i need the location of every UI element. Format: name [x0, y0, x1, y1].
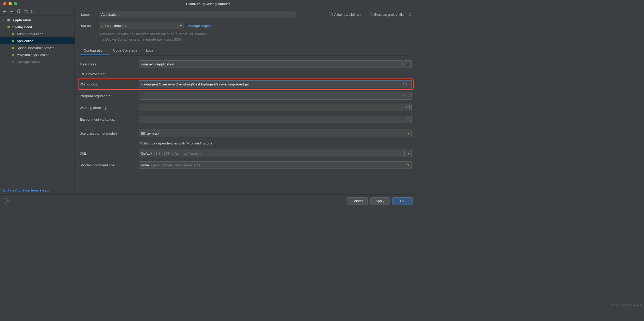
tree-label: MwjAdminApplication [17, 53, 50, 57]
chevron-down-icon [407, 165, 409, 166]
chevron-down-icon [180, 25, 182, 26]
run-on-label: Run on: [80, 24, 96, 28]
tree-label: Application [12, 18, 31, 22]
svg-point-7 [12, 47, 14, 49]
program-args-label: Program arguments: [80, 94, 136, 98]
tab-logs[interactable]: Logs [142, 46, 158, 55]
shorten-hint: - java [options] className [args] [151, 163, 202, 167]
home-icon: ⌂ [101, 24, 103, 28]
svg-rect-2 [24, 10, 27, 13]
env-vars-label: Environment variables: [80, 118, 136, 122]
tree-item-spring-boot-admin-server[interactable]: SpringBootAdminServer [0, 44, 74, 51]
jre-value: Default [141, 151, 152, 155]
allow-parallel-checkbox[interactable]: Allow parallel run [329, 13, 361, 17]
remove-icon[interactable] [10, 9, 14, 14]
svg-rect-3 [7, 19, 10, 22]
shorten-label: Shorten command line: [80, 163, 136, 167]
manage-targets-link[interactable]: Manage targets... [187, 24, 214, 28]
jre-hint: (1.8 - SDK of 'aym-api' module) [154, 151, 203, 155]
tree-item-application[interactable]: Application [0, 37, 74, 44]
tree-group-spring-boot[interactable]: › Spring Boot [0, 24, 74, 30]
chevron-down-icon [407, 153, 409, 154]
svg-point-9 [12, 61, 14, 63]
environment-section-toggle[interactable]: Environment [82, 72, 412, 76]
tree-label: AppApplication [17, 60, 40, 64]
tabs: Configuration Code Coverage Logs [80, 46, 412, 56]
edit-templates-link[interactable]: Edit configuration templates... [0, 186, 74, 194]
window-title: Run/Debug Configurations [0, 2, 417, 6]
run-on-value: Local machine [105, 24, 127, 28]
vm-options-input[interactable] [139, 80, 412, 88]
folder-icon[interactable] [409, 105, 410, 109]
list-icon[interactable]: ▤ [406, 117, 410, 121]
name-input[interactable] [99, 11, 296, 18]
sidebar-toolbar [0, 7, 74, 15]
tree-item-mwj-admin-application[interactable]: MwjAdminApplication [0, 51, 74, 58]
working-dir-label: Working directory: [80, 106, 136, 110]
gear-icon[interactable]: ⚙ [409, 13, 412, 17]
plus-icon[interactable]: + [402, 93, 405, 97]
store-as-file-label: Store as project file [374, 13, 404, 17]
store-as-file-checkbox[interactable]: Store as project file [369, 13, 404, 17]
classpath-value: aym-api [147, 131, 159, 135]
shorten-value: none [141, 163, 149, 167]
tab-code-coverage[interactable]: Code Coverage [109, 46, 142, 55]
run-on-hint: Run configurations may be executed local… [99, 32, 211, 42]
include-provided-label: Include dependencies with "Provided" sco… [144, 141, 213, 145]
config-content: Name: Allow parallel run Store as projec… [75, 7, 417, 194]
name-label: Name: [80, 13, 96, 17]
config-tree: › Application › Spring Boot AdminApplica… [0, 15, 74, 186]
main-class-input[interactable] [139, 60, 403, 68]
env-vars-input[interactable] [139, 116, 412, 123]
sort-icon[interactable] [30, 9, 35, 14]
tree-item-app-application[interactable]: AppApplication [0, 58, 74, 65]
triangle-down-icon [82, 73, 84, 75]
main-class-label: Main class: [80, 62, 136, 66]
jre-label: JRE: [80, 151, 136, 155]
tree-group-application[interactable]: › Application [0, 17, 74, 24]
module-icon [141, 132, 145, 135]
vm-options-label: VM options: [80, 82, 136, 86]
working-dir-input[interactable] [139, 104, 412, 111]
allow-parallel-label: Allow parallel run [334, 13, 361, 17]
include-provided-checkbox[interactable]: Include dependencies with "Provided" sco… [139, 141, 213, 145]
tree-item-admin-application[interactable]: AdminApplication [0, 30, 74, 37]
titlebar: Run/Debug Configurations [0, 0, 417, 7]
svg-point-5 [12, 33, 14, 35]
classpath-label: Use classpath of module: [80, 131, 136, 135]
jre-dropdown[interactable]: Default (1.8 - SDK of 'aym-api' module) [139, 150, 412, 157]
apply-button[interactable]: Apply [370, 197, 389, 205]
tree-label: Spring Boot [12, 25, 32, 29]
tree-label: Application [17, 39, 34, 43]
chevron-down-icon [407, 133, 409, 134]
sidebar: › Application › Spring Boot AdminApplica… [0, 7, 75, 194]
copy-icon[interactable] [17, 9, 21, 14]
bottom-bar: ? Cancel Apply OK [0, 194, 417, 207]
svg-point-6 [12, 40, 14, 42]
expand-icon[interactable]: ⛶ [406, 81, 410, 85]
cancel-button[interactable]: Cancel [347, 197, 368, 205]
tree-label: SpringBootAdminServer [17, 46, 54, 50]
shorten-dropdown[interactable]: none - java [options] className [args] [139, 161, 412, 169]
svg-point-4 [7, 26, 10, 29]
tree-label: AdminApplication [17, 32, 43, 36]
add-icon[interactable] [3, 9, 7, 14]
browse-main-class-button[interactable]: … [404, 60, 412, 68]
tab-configuration[interactable]: Configuration [80, 46, 109, 55]
classpath-dropdown[interactable]: aym-api [139, 130, 412, 137]
plus-icon[interactable]: + [402, 81, 405, 85]
run-on-dropdown[interactable]: ⌂ Local machine [99, 22, 184, 29]
program-args-input[interactable] [139, 92, 412, 100]
help-button[interactable]: ? [4, 198, 10, 204]
save-icon[interactable] [23, 9, 28, 14]
environment-section-label: Environment [86, 72, 105, 76]
plus-icon[interactable]: + [405, 105, 407, 109]
ok-button[interactable]: OK [392, 197, 413, 205]
vm-options-highlight: VM options: + ⛶ [78, 79, 414, 90]
folder-icon[interactable] [404, 151, 405, 155]
expand-icon[interactable]: ⛶ [406, 93, 410, 97]
